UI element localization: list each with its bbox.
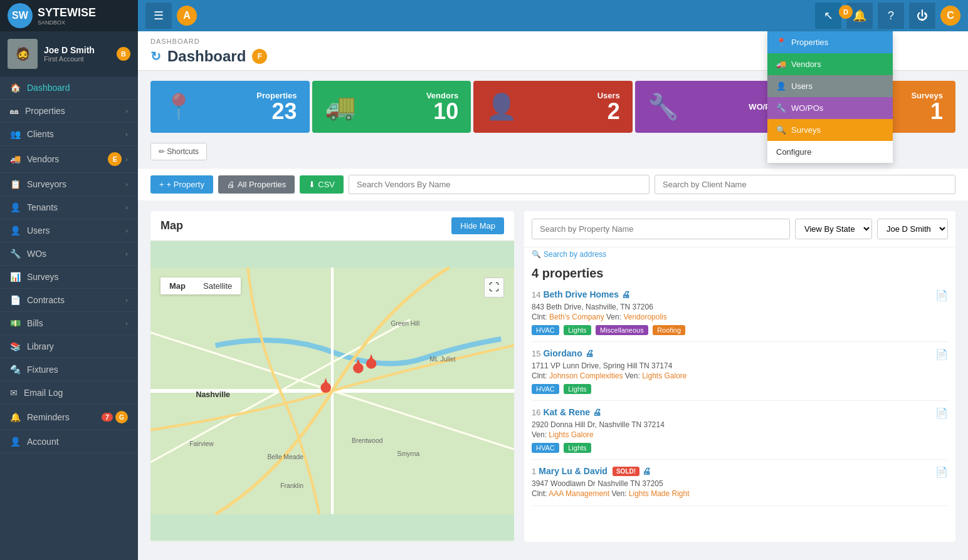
wos-icon: 🔧: [10, 249, 21, 259]
account-icon: 👤: [10, 437, 21, 447]
sidebar-item-contracts[interactable]: 📄Contracts ›: [0, 289, 138, 312]
map-expand-button[interactable]: ⛶: [484, 277, 504, 298]
map-tab-map[interactable]: Map: [160, 277, 194, 294]
download-icon: ⬇: [308, 180, 315, 189]
document-icon[interactable]: 📄: [935, 289, 948, 301]
tag: Lights: [564, 325, 591, 335]
refresh-icon[interactable]: ↻: [150, 49, 161, 64]
two-panel: Map Hide Map Map Satellite ⛶: [138, 201, 968, 552]
list-item: 15 Giordano 🖨 📄 1711 VP Lunn Drive, Spri…: [532, 342, 948, 401]
chevron-right-icon: ›: [125, 107, 128, 115]
sidebar-item-users[interactable]: 👤Users ›: [0, 219, 138, 242]
sidebar-item-fixtures[interactable]: 🔩Fixtures: [0, 358, 138, 381]
sidebar-item-properties[interactable]: 🏘Properties ›: [0, 100, 138, 123]
search-icon: 🔍: [532, 250, 541, 259]
svg-text:Nashville: Nashville: [196, 390, 231, 399]
property-address: 3947 Woodlawn Dr Nashville TN 37205: [532, 479, 948, 488]
chevron-right-icon: ›: [125, 227, 128, 234]
sidebar-item-bills[interactable]: 💵Bills ›: [0, 312, 138, 335]
badge-c: C: [940, 6, 960, 26]
svg-text:Fairview: Fairview: [189, 440, 214, 447]
help-button[interactable]: ?: [878, 3, 904, 29]
badge-e: E: [108, 152, 122, 166]
sidebar-item-dashboard[interactable]: 🏠Dashboard: [0, 76, 138, 100]
users-stat-number: 2: [597, 100, 620, 123]
sidebar-item-vendors[interactable]: 🚚Vendors E ›: [0, 146, 138, 173]
dropdown-item-properties[interactable]: 📍 Properties: [767, 31, 893, 53]
search-vendors-input[interactable]: [349, 175, 650, 194]
property-name-search[interactable]: [532, 219, 790, 239]
fixtures-icon: 🔩: [10, 365, 21, 375]
vendor-link[interactable]: Lights Galore: [549, 430, 593, 439]
sold-badge: SOLD!: [613, 467, 639, 476]
dropdown-item-surveys[interactable]: 🔍 Surveys: [767, 119, 893, 141]
map-background: Map Satellite ⛶: [150, 241, 514, 541]
csv-button[interactable]: ⬇ CSV: [300, 175, 344, 194]
search-address-link[interactable]: 🔍 Search by address: [524, 247, 955, 261]
print-property-icon[interactable]: 🖨: [621, 289, 630, 299]
map-tab-satellite[interactable]: Satellite: [194, 277, 241, 294]
print-property-icon[interactable]: 🖨: [642, 466, 651, 476]
client-link[interactable]: AAA Management: [549, 489, 609, 498]
cursor-button[interactable]: ↖: [815, 3, 841, 29]
print-icon: 🖨: [227, 180, 235, 189]
stat-card-users[interactable]: 👤 Users 2: [473, 81, 633, 133]
sidebar-item-library[interactable]: 📚Library: [0, 335, 138, 358]
sidebar-item-tenants[interactable]: 👤Tenants ›: [0, 196, 138, 219]
users-dropdown-icon: 👤: [776, 81, 786, 91]
vendor-link[interactable]: Vendoropolis: [623, 313, 666, 321]
sidebar-item-reminders[interactable]: 🔔Reminders 7 G: [0, 405, 138, 430]
properties-panel: View By State Joe D Smith 🔍 Search by ad…: [524, 211, 955, 542]
sidebar-item-clients[interactable]: 👥Clients ›: [0, 123, 138, 146]
hide-map-button[interactable]: Hide Map: [451, 217, 504, 234]
surveyors-icon: 📋: [10, 179, 21, 189]
vendor-link[interactable]: Lights Made Right: [629, 489, 690, 498]
all-properties-label: All Properties: [238, 180, 286, 189]
all-properties-button[interactable]: 🖨 All Properties: [218, 175, 295, 194]
dropdown-item-wopos[interactable]: 🔧 WO/POs: [767, 97, 893, 119]
hamburger-button[interactable]: ☰: [145, 3, 172, 29]
list-item: 14 Beth Drive Homes 🖨 📄 843 Beth Drive, …: [532, 283, 948, 342]
stat-card-properties[interactable]: 📍 Properties 23: [150, 81, 310, 133]
sidebar-item-account[interactable]: 👤Account: [0, 430, 138, 454]
view-by-state-select[interactable]: View By State: [795, 219, 872, 239]
sidebar-item-surveyors[interactable]: 📋Surveyors ›: [0, 173, 138, 196]
badge-f: F: [252, 49, 267, 64]
shortcuts-button[interactable]: ✏ Shortcuts: [150, 143, 207, 160]
document-icon[interactable]: 📄: [935, 466, 948, 478]
print-property-icon[interactable]: 🖨: [585, 348, 594, 358]
print-property-icon[interactable]: 🖨: [592, 407, 601, 417]
wopos-stat-icon: 🔧: [648, 92, 679, 122]
topbar: ☰ A ↖ 🔔 ? ⏻ C 📍 Properties 🚚 Vendors 👤 U…: [138, 0, 968, 31]
map-header: Map Hide Map: [150, 211, 514, 241]
document-icon[interactable]: 📄: [935, 407, 948, 419]
sidebar-item-email-log[interactable]: ✉Email Log: [0, 381, 138, 405]
client-link[interactable]: Johnson Complexities: [549, 371, 623, 380]
tag: Roofing: [653, 325, 685, 335]
add-property-button[interactable]: + + Property: [150, 175, 213, 194]
dropdown-item-vendors[interactable]: 🚚 Vendors: [767, 53, 893, 75]
sidebar-item-surveys[interactable]: 📊Surveys: [0, 266, 138, 289]
sidebar-item-wos[interactable]: 🔧WOs ›: [0, 242, 138, 266]
add-property-label: + Property: [167, 180, 204, 189]
main-content: ☰ A ↖ 🔔 ? ⏻ C 📍 Properties 🚚 Vendors 👤 U…: [138, 0, 968, 560]
library-icon: 📚: [10, 341, 21, 351]
dropdown-item-users[interactable]: 👤 Users: [767, 75, 893, 97]
reminders-icon: 🔔: [10, 412, 21, 422]
document-icon[interactable]: 📄: [935, 348, 948, 360]
wopos-dropdown-icon: 🔧: [776, 103, 786, 113]
stat-card-vendors[interactable]: 🚚 Vendors 10: [312, 81, 471, 133]
dropdown-item-configure[interactable]: Configure: [767, 141, 893, 163]
badge-a: A: [177, 6, 197, 26]
search-client-input[interactable]: [655, 175, 955, 194]
dropdown-menu: 📍 Properties 🚚 Vendors 👤 Users 🔧 WO/POs …: [767, 31, 893, 163]
chevron-right-icon: ›: [125, 180, 128, 188]
properties-stat-number: 23: [256, 100, 297, 123]
client-link[interactable]: Beth's Company: [549, 313, 604, 321]
surveys-stat-number: 1: [911, 100, 943, 123]
user-info: Joe D Smith First Account: [44, 45, 95, 63]
vendor-link[interactable]: Lights Galore: [642, 371, 687, 380]
user-filter-select[interactable]: Joe D Smith: [877, 219, 948, 239]
surveys-dropdown-icon: 🔍: [776, 125, 786, 135]
power-button[interactable]: ⏻: [909, 3, 935, 29]
